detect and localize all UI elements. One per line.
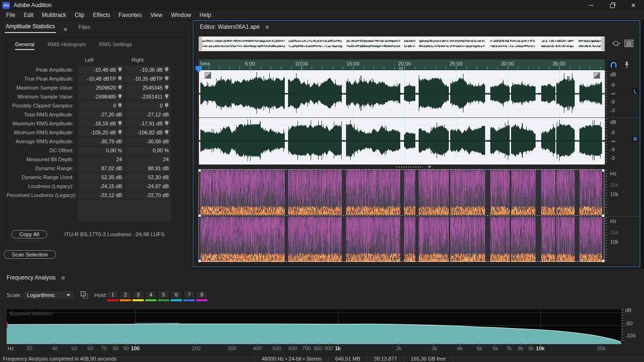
selection-handle[interactable]	[198, 214, 201, 217]
pin-icon[interactable]	[118, 103, 122, 108]
pin-icon[interactable]	[118, 130, 122, 135]
freq-axis-label: 20k	[597, 346, 605, 351]
menu-item-file[interactable]: File	[2, 10, 19, 20]
stats-panel-menu-icon[interactable]: ≡	[64, 26, 67, 33]
hold-button-6[interactable]: 6	[171, 290, 182, 301]
editor-tab-title[interactable]: Editor: Waters06A1.ape	[200, 24, 260, 30]
freq-axis-tick	[293, 343, 293, 345]
copy-all-button[interactable]: Copy All	[11, 230, 47, 239]
freq-axis-label: 800	[314, 346, 322, 351]
pin-icon[interactable]	[165, 130, 169, 135]
stats-value: -105,20 dB	[91, 130, 116, 135]
selection-handle[interactable]	[198, 169, 201, 172]
stats-value: -2498485	[94, 94, 116, 99]
stats-row-label: Minimum RMS Amplitude:	[7, 130, 77, 135]
overview-right-handle[interactable]	[601, 37, 604, 50]
hold-button-5[interactable]: 5	[158, 290, 169, 301]
hold-button-8[interactable]: 8	[196, 290, 207, 301]
display-divider[interactable]	[198, 165, 605, 169]
frequency-panel-menu-icon[interactable]: ≡	[61, 274, 65, 281]
hz-scale-label: Hz	[610, 218, 616, 224]
overview-waveform-canvas[interactable]	[199, 37, 604, 50]
frequency-panel-title[interactable]: Frequency Analysis	[7, 274, 56, 281]
tab-rms-settings[interactable]: RMS Settings	[99, 41, 132, 50]
freq-axis-tick	[277, 343, 277, 345]
ruler-tick	[291, 67, 292, 69]
freq-axis-tick	[104, 343, 104, 345]
ruler-label: 15:00	[347, 61, 360, 66]
waveform-left-canvas[interactable]	[198, 70, 605, 117]
ruler-tick	[250, 66, 250, 70]
hold-button-3[interactable]: 3	[132, 290, 144, 301]
channel-button-r[interactable]: R	[631, 135, 640, 143]
pin-icon[interactable]	[165, 67, 169, 72]
menu-item-clip[interactable]: Clip	[70, 10, 89, 20]
menu-item-help[interactable]: Help	[195, 10, 215, 20]
fade-out-handle[interactable]	[594, 72, 600, 79]
tab-files[interactable]: Files	[77, 22, 91, 33]
menu-item-edit[interactable]: Edit	[19, 10, 38, 20]
pin-icon[interactable]	[165, 85, 169, 90]
hold-button-number: 3	[132, 290, 144, 299]
freq-axis-label: 900	[324, 346, 333, 351]
tab-amplitude-statistics[interactable]: Amplitude Statistics	[5, 21, 56, 33]
freq-axis-tick	[434, 343, 435, 345]
menu-item-multitrack[interactable]: Multitrack	[38, 10, 70, 20]
pin-icon[interactable]	[118, 67, 122, 72]
fade-in-handle[interactable]	[205, 72, 211, 79]
copy-graph-icon[interactable]	[80, 291, 89, 299]
pin-icon[interactable]	[165, 103, 169, 108]
freq-axis-label: 5k	[477, 346, 482, 351]
stats-row-label: Minimum Sample Value:	[7, 94, 77, 99]
freq-axis-label: 200	[192, 346, 200, 351]
scan-selection-button[interactable]: Scan Selection	[4, 250, 56, 259]
pin-tool-icon[interactable]	[621, 60, 632, 69]
pin-icon[interactable]	[165, 76, 169, 81]
selection-handle[interactable]	[602, 259, 605, 263]
channel-button-l[interactable]: L	[631, 87, 640, 95]
ruler-tick	[538, 67, 539, 69]
pin-icon[interactable]	[118, 121, 122, 126]
stats-value-cell: -105,20 dB	[78, 128, 124, 137]
zoom-navigator-icon[interactable]	[611, 39, 621, 49]
hold-color-swatch	[171, 299, 182, 301]
hold-button-2[interactable]: 2	[120, 290, 131, 301]
pin-icon[interactable]	[118, 85, 122, 90]
menu-item-view[interactable]: View	[146, 10, 167, 20]
selection-handle[interactable]	[602, 214, 605, 217]
pin-icon[interactable]	[165, 121, 169, 126]
editor-layout-icon[interactable]	[624, 39, 634, 48]
selection-handle[interactable]	[198, 259, 201, 263]
frequency-graph-canvas[interactable]	[7, 309, 621, 344]
hold-button-1[interactable]: 1	[107, 290, 118, 301]
tab-rms-histogram[interactable]: RMS Histogram	[48, 41, 86, 50]
status-message: Frequency Analysis completed in 408,90 s…	[3, 355, 117, 362]
pin-icon[interactable]	[118, 94, 122, 99]
tab-general[interactable]: General	[15, 41, 34, 50]
collapse-arrow-icon[interactable]	[428, 166, 431, 168]
scale-dropdown[interactable]: Logarithmic	[23, 290, 74, 300]
menu-item-favorites[interactable]: Favorites	[115, 10, 146, 20]
db-scale-label: dB	[610, 119, 616, 125]
minimize-button[interactable]	[580, 0, 602, 10]
selection-handle[interactable]	[602, 169, 605, 172]
divider-grip[interactable]	[396, 166, 423, 168]
overview-left-handle[interactable]	[199, 37, 202, 50]
waveform-right-canvas[interactable]	[198, 117, 605, 165]
pin-icon[interactable]	[118, 76, 122, 81]
restore-button[interactable]	[602, 0, 623, 10]
stats-value: 24	[163, 156, 169, 162]
spectral-selection[interactable]	[198, 169, 604, 262]
hold-button-7[interactable]: 7	[183, 290, 195, 301]
ruler-tick	[260, 67, 261, 69]
menu-item-window[interactable]: Window	[167, 10, 196, 20]
stats-row-label: Maximum RMS Amplitude:	[7, 121, 77, 126]
frequency-graph[interactable]: Scanned Selection	[7, 309, 621, 344]
close-button[interactable]: ✕	[623, 0, 644, 10]
hold-button-4[interactable]: 4	[145, 290, 157, 301]
headphones-icon[interactable]	[608, 60, 619, 69]
menu-item-effects[interactable]: Effects	[89, 10, 114, 20]
panel-menu-icon[interactable]: ≡	[265, 24, 269, 31]
pin-icon[interactable]	[165, 94, 169, 99]
overview-navigator[interactable]	[198, 36, 605, 51]
